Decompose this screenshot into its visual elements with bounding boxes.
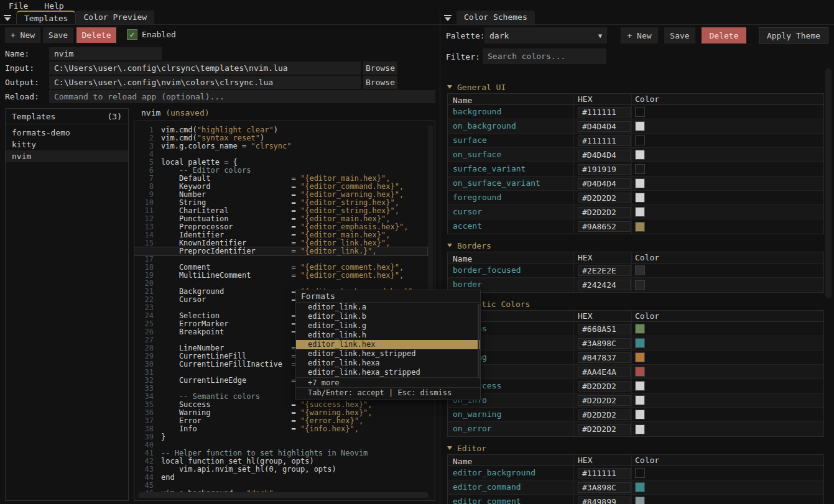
output-path-field[interactable] <box>49 76 361 89</box>
color-swatch[interactable] <box>635 207 645 217</box>
name-input[interactable] <box>49 47 162 60</box>
color-swatch[interactable] <box>635 164 645 174</box>
hex-value-input[interactable]: #9A8652 <box>578 221 631 232</box>
popup-scrollbar[interactable] <box>478 304 480 378</box>
collapse-schemes-icon[interactable] <box>444 15 452 21</box>
editor-horizontal-scrollbar[interactable] <box>138 492 429 498</box>
color-row-editor_comment: editor_comment#849899 <box>448 495 823 504</box>
color-swatch[interactable] <box>635 178 645 188</box>
column-color: Color <box>632 252 823 263</box>
hex-value-input[interactable]: #D4D4D4 <box>578 150 631 160</box>
autocomplete-item-editor_link.a[interactable]: editor_link.a <box>296 303 480 312</box>
save-template-button[interactable]: Save <box>43 27 73 43</box>
autocomplete-item-editor_link.hexa_stripped[interactable]: editor_link.hexa_stripped <box>296 368 480 377</box>
autocomplete-item-editor_link.hex[interactable]: editor_link.hex <box>296 340 480 349</box>
palette-dropdown[interactable]: dark ▼ <box>484 27 607 44</box>
code-line: 3vim.g.colors_name = "clrsync" <box>134 142 427 150</box>
color-row-on_surface: on_surface#D4D4D4 <box>448 148 823 162</box>
tab-color-preview[interactable]: Color Preview <box>76 11 154 24</box>
color-swatch[interactable] <box>635 367 645 377</box>
color-swatch[interactable] <box>635 265 645 275</box>
input-browse-button[interactable]: Browse <box>363 62 397 75</box>
hex-value-input[interactable]: #D2D2D2 <box>578 207 631 218</box>
autocomplete-item-editor_link.g[interactable]: editor_link.g <box>296 321 480 331</box>
autocomplete-item-editor_link.b[interactable]: editor_link.b <box>296 312 480 321</box>
color-swatch[interactable] <box>635 150 645 160</box>
hex-value-input[interactable]: #D2D2D2 <box>578 424 631 434</box>
color-swatch[interactable] <box>635 381 645 391</box>
section-header-borders[interactable]: Borders <box>447 239 824 252</box>
hex-value-input[interactable]: #D2D2D2 <box>578 381 631 392</box>
hex-value-input[interactable]: #D2D2D2 <box>578 193 631 203</box>
hex-value-input[interactable]: #3A898C <box>578 338 631 349</box>
section-header-general-ui[interactable]: General UI <box>447 81 824 93</box>
right-panel-scrollbar[interactable] <box>825 68 832 298</box>
color-swatch[interactable] <box>635 107 645 117</box>
color-swatch[interactable] <box>635 222 645 232</box>
color-swatch[interactable] <box>635 352 645 362</box>
templates-list-title: Templates <box>12 112 55 121</box>
color-row-on_success: on_success#D2D2D2 <box>448 379 823 393</box>
color-swatch[interactable] <box>635 193 645 203</box>
delete-palette-button[interactable]: Delete <box>702 27 746 44</box>
hex-value-input[interactable]: #D2D2D2 <box>578 395 631 406</box>
hex-value-input[interactable]: #AA4E4A <box>578 367 631 377</box>
template-list-item-formats-demo[interactable]: formats-demo <box>6 127 128 139</box>
color-swatch[interactable] <box>635 410 645 419</box>
hex-value-input[interactable]: #D2D2D2 <box>578 410 631 420</box>
color-swatch[interactable] <box>635 482 645 492</box>
new-palette-button[interactable]: + New <box>621 27 658 44</box>
menu-help[interactable]: Help <box>44 1 63 11</box>
hex-value-input[interactable]: #111111 <box>578 468 631 479</box>
hex-value-input[interactable]: #2E2E2E <box>578 265 631 276</box>
hex-value-input[interactable]: #3A898C <box>578 482 631 493</box>
chevron-down-icon: ▼ <box>598 32 602 39</box>
collapse-panel-icon[interactable] <box>4 15 11 21</box>
column-color: Color <box>632 455 823 465</box>
hex-value-input[interactable]: #111111 <box>578 135 631 146</box>
pane-divider <box>440 11 440 504</box>
delete-template-button[interactable]: Delete <box>76 27 116 43</box>
new-template-button[interactable]: + New <box>5 27 40 43</box>
color-name: surface_variant <box>448 162 574 176</box>
color-swatch[interactable] <box>635 338 645 348</box>
autocomplete-item-editor_link.h[interactable]: editor_link.h <box>296 331 480 340</box>
color-swatch[interactable] <box>635 280 645 290</box>
menu-file[interactable]: File <box>9 1 28 11</box>
tab-templates[interactable]: Templates <box>16 11 76 24</box>
hex-value-input[interactable]: #111111 <box>578 107 631 117</box>
editor-vertical-scrollbar[interactable] <box>428 125 433 299</box>
color-row-on_warning: on_warning#D2D2D2 <box>448 408 823 422</box>
color-swatch[interactable] <box>635 121 645 131</box>
hex-value-input[interactable]: #849899 <box>578 497 631 504</box>
hex-value-input[interactable]: #B47837 <box>578 352 631 363</box>
color-swatch[interactable] <box>635 468 645 478</box>
color-row-warning: warning#B47837 <box>448 351 823 365</box>
hex-value-input[interactable]: #D4D4D4 <box>578 121 631 132</box>
hex-value-input[interactable]: #D4D4D4 <box>578 178 631 189</box>
output-browse-button[interactable]: Browse <box>363 76 397 89</box>
input-path-field[interactable] <box>49 62 361 75</box>
hex-value-input[interactable]: #191919 <box>578 164 631 175</box>
section-header-semantic-colors[interactable]: Semantic Colors <box>447 298 824 310</box>
template-list-item-nvim[interactable]: nvim <box>6 150 128 162</box>
save-palette-button[interactable]: Save <box>664 27 695 44</box>
color-name: on_warning <box>448 408 574 421</box>
autocomplete-item-editor_link.hex_stripped[interactable]: editor_link.hex_stripped <box>296 349 480 359</box>
color-swatch[interactable] <box>635 497 645 504</box>
tab-color-schemes[interactable]: Color Schemes <box>456 11 535 24</box>
template-list-item-kitty[interactable]: kitty <box>6 139 128 150</box>
section-header-editor[interactable]: Editor <box>447 442 824 454</box>
enabled-checkbox[interactable]: ✓ <box>127 29 137 40</box>
color-swatch[interactable] <box>635 135 645 145</box>
autocomplete-item-editor_link.hexa[interactable]: editor_link.hexa <box>296 359 480 368</box>
color-name: border_focused <box>448 263 574 277</box>
apply-theme-button[interactable]: Apply Theme <box>759 27 828 44</box>
color-swatch[interactable] <box>635 424 645 434</box>
reload-command-input[interactable] <box>49 90 435 103</box>
hex-value-input[interactable]: #668A51 <box>578 324 631 334</box>
color-swatch[interactable] <box>635 324 645 334</box>
hex-value-input[interactable]: #242424 <box>578 280 631 290</box>
color-filter-input[interactable] <box>483 48 606 64</box>
color-swatch[interactable] <box>635 395 645 405</box>
